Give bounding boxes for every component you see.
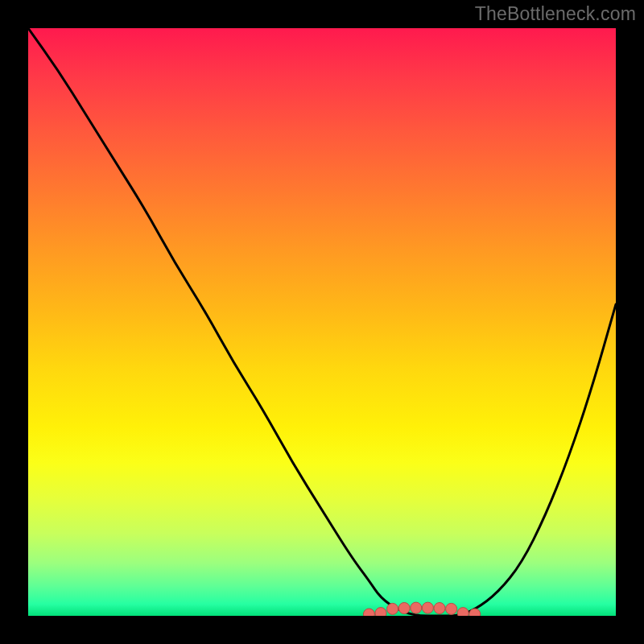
highlight-dot	[387, 603, 398, 614]
highlight-dot	[375, 608, 386, 616]
chart-frame: TheBottleneck.com	[0, 0, 644, 644]
optimal-zone-dots	[363, 602, 480, 616]
highlight-dot	[434, 603, 445, 614]
chart-svg	[28, 28, 616, 616]
highlight-dot	[422, 602, 433, 613]
highlight-dot	[446, 603, 457, 614]
bottleneck-curve	[28, 28, 616, 616]
highlight-dot	[469, 609, 481, 616]
highlight-dot	[411, 602, 422, 613]
highlight-dot	[398, 603, 410, 614]
plot-area	[28, 28, 616, 616]
highlight-dot	[457, 608, 469, 616]
watermark-text: TheBottleneck.com	[475, 3, 636, 25]
highlight-dot	[363, 609, 374, 616]
